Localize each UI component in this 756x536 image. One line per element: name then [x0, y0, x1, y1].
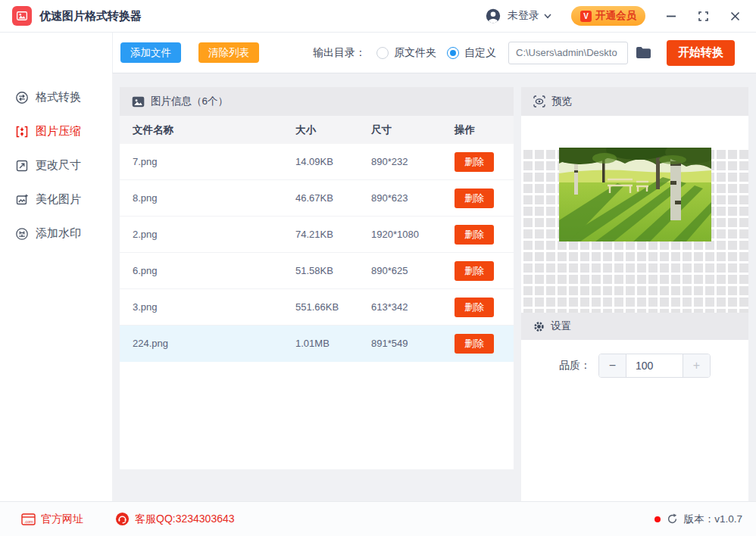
sidebar-item-format-convert[interactable]: 格式转换 — [0, 80, 112, 114]
membership-button[interactable]: V 开通会员 — [571, 6, 645, 26]
sidebar-item-resize[interactable]: 更改尺寸 — [0, 148, 112, 182]
file-name: 7.png — [133, 156, 295, 167]
file-dimensions: 1920*1080 — [371, 229, 455, 240]
svg-text:.com: .com — [24, 519, 33, 523]
gear-icon — [533, 321, 545, 332]
delete-button[interactable]: 删除 — [455, 189, 494, 208]
preview-title: 预览 — [551, 95, 572, 108]
customer-service-link[interactable]: 客服QQ:3234303643 — [115, 512, 235, 526]
file-operation-cell: 删除 — [455, 225, 514, 245]
compress-icon — [15, 125, 29, 139]
status-bar: .com 官方网址 客服QQ:3234303643 版本：v1.0.7 — [0, 501, 756, 536]
chevron-down-icon[interactable] — [544, 14, 551, 19]
website-icon: .com — [21, 513, 36, 525]
sidebar-item-watermark[interactable]: 添加水印 — [0, 217, 112, 251]
login-status[interactable]: 未登录 — [508, 9, 539, 23]
content-area: 图片信息（6个） 文件名称 大小 尺寸 操作 7.png 14.09KB 890… — [112, 73, 756, 501]
browse-folder-button[interactable] — [636, 46, 651, 59]
quality-increase-button[interactable]: + — [683, 354, 710, 377]
close-button[interactable] — [729, 10, 741, 22]
format-convert-icon — [15, 91, 29, 104]
table-title: 图片信息（6个） — [151, 95, 228, 108]
customer-service-icon — [115, 512, 130, 526]
file-operation-cell: 删除 — [455, 298, 514, 317]
file-dimensions: 613*342 — [371, 301, 455, 313]
minimize-button[interactable] — [665, 10, 677, 22]
quality-label: 品质： — [559, 359, 591, 372]
sidebar-item-beautify[interactable]: 美化图片 — [0, 182, 112, 217]
quality-input[interactable] — [626, 354, 683, 377]
sidebar-item-label: 更改尺寸 — [36, 158, 81, 173]
file-name: 3.png — [133, 301, 295, 313]
official-website-link[interactable]: .com 官方网址 — [21, 513, 83, 526]
file-name: 8.png — [133, 192, 295, 204]
file-name: 6.png — [133, 265, 295, 276]
table-header-row: 文件名称 大小 尺寸 操作 — [120, 116, 514, 144]
radio-original-folder[interactable]: 原文件夹 — [376, 46, 436, 60]
add-files-button[interactable]: 添加文件 — [120, 42, 181, 63]
table-title-bar: 图片信息（6个） — [120, 87, 514, 116]
vip-icon: V — [580, 11, 592, 22]
user-avatar-icon[interactable] — [485, 8, 501, 24]
clear-list-button[interactable]: 清除列表 — [198, 42, 259, 63]
sidebar-item-label: 美化图片 — [36, 192, 81, 207]
delete-button[interactable]: 删除 — [455, 261, 494, 281]
settings-title: 设置 — [551, 319, 571, 333]
app-title: 优速图片格式转换器 — [39, 9, 142, 23]
right-panel: 预览 — [521, 87, 748, 501]
folder-icon — [636, 46, 651, 59]
table-row[interactable]: 3.png 551.66KB 613*342 删除 — [120, 289, 514, 326]
close-icon — [730, 11, 740, 21]
app-logo-icon — [12, 6, 32, 26]
file-name: 224.png — [133, 338, 295, 349]
file-size: 74.21KB — [295, 229, 371, 240]
delete-button[interactable]: 删除 — [455, 334, 494, 354]
output-path-input[interactable] — [508, 42, 628, 64]
output-dir-label: 输出目录： — [313, 46, 366, 60]
preview-eye-icon — [533, 95, 545, 108]
file-size: 14.09KB — [295, 156, 371, 167]
maximize-icon — [698, 11, 708, 21]
start-convert-button[interactable]: 开始转换 — [667, 40, 735, 66]
sidebar-item-image-compress[interactable]: 图片压缩 — [0, 114, 112, 148]
watermark-icon — [15, 227, 29, 241]
col-dimensions: 尺寸 — [371, 123, 455, 137]
file-size: 51.58KB — [295, 265, 371, 276]
file-operation-cell: 删除 — [455, 152, 514, 172]
beautify-icon — [15, 193, 29, 207]
image-info-icon — [132, 95, 145, 108]
quality-decrease-button[interactable]: − — [599, 354, 626, 377]
radio-custom-circle[interactable] — [447, 47, 459, 59]
table-row[interactable]: 2.png 74.21KB 1920*1080 删除 — [120, 217, 514, 253]
file-operation-cell: 删除 — [455, 189, 514, 208]
file-dimensions: 891*549 — [371, 338, 455, 349]
membership-label: 开通会员 — [595, 9, 636, 23]
file-operation-cell: 删除 — [455, 261, 514, 281]
version-label: 版本：v1.0.7 — [684, 513, 742, 526]
file-dimensions: 890*623 — [371, 192, 455, 204]
sidebar-item-label: 格式转换 — [36, 90, 81, 104]
radio-custom-folder[interactable]: 自定义 — [447, 46, 496, 60]
delete-button[interactable]: 删除 — [455, 152, 494, 172]
table-row[interactable]: 8.png 46.67KB 890*623 删除 — [120, 180, 514, 217]
title-bar: 优速图片格式转换器 未登录 V 开通会员 — [0, 0, 756, 33]
maximize-button[interactable] — [697, 10, 709, 22]
preview-image — [559, 148, 711, 242]
table-row[interactable]: 6.png 51.58KB 890*625 删除 — [120, 253, 514, 289]
file-size: 46.67KB — [295, 192, 371, 204]
file-name: 2.png — [133, 229, 295, 240]
sidebar-item-label: 图片压缩 — [36, 124, 81, 139]
file-size: 551.66KB — [295, 301, 371, 313]
check-update-icon[interactable] — [667, 513, 678, 525]
delete-button[interactable]: 删除 — [455, 225, 494, 245]
toolbar: 添加文件 清除列表 输出目录： 原文件夹 自定义 开始转换 — [112, 33, 756, 73]
radio-original-circle[interactable] — [376, 47, 389, 59]
table-row[interactable]: 7.png 14.09KB 890*232 删除 — [120, 144, 514, 180]
sidebar-item-label: 添加水印 — [36, 226, 81, 241]
delete-button[interactable]: 删除 — [455, 298, 494, 317]
file-operation-cell: 删除 — [455, 334, 514, 354]
table-row[interactable]: 224.png 1.01MB 891*549 删除 — [120, 326, 514, 362]
file-dimensions: 890*232 — [371, 156, 455, 167]
col-size: 大小 — [295, 123, 371, 137]
quality-stepper: − + — [598, 354, 711, 378]
